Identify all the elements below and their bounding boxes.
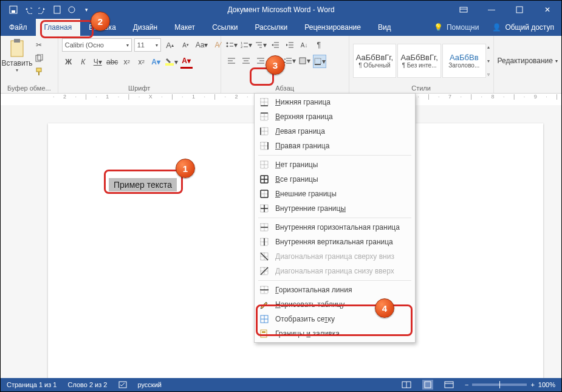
svg-rect-157 <box>445 382 453 388</box>
font-name-combo[interactable]: Calibri (Осно▾ <box>62 38 132 52</box>
border-all-icon <box>259 174 269 184</box>
style-normal[interactable]: АаБбВвГг,¶ Обычный <box>353 44 397 78</box>
font-size-combo[interactable]: 11▾ <box>134 38 161 52</box>
numbering-icon[interactable]: 12▾ <box>240 39 252 51</box>
border-outside-icon <box>259 189 269 199</box>
quick-access-toolbar: ▾ <box>1 3 93 16</box>
svg-rect-46 <box>300 58 306 64</box>
border-menu-hline[interactable]: Горизонтальная линия <box>255 283 415 297</box>
svg-rect-7 <box>11 41 23 57</box>
font-color-icon[interactable]: A▾ <box>180 55 193 69</box>
zoom-value[interactable]: 100% <box>538 381 555 388</box>
subscript-button[interactable]: x2 <box>121 56 133 68</box>
cut-icon[interactable]: ✂ <box>33 39 45 51</box>
view-print-icon[interactable] <box>422 380 433 390</box>
italic-button[interactable]: К <box>77 56 89 68</box>
show-marks-icon[interactable]: ¶ <box>313 39 325 51</box>
highlight-icon[interactable]: ▾ <box>165 56 178 68</box>
change-case-icon[interactable]: Aa▾ <box>196 39 208 51</box>
paste-button[interactable]: Вставить ▾ <box>4 38 30 73</box>
strike-button[interactable]: abc <box>106 56 118 68</box>
status-words[interactable]: Слово 2 из 2 <box>67 381 107 388</box>
styles-more[interactable]: ▴▾▿ <box>487 44 490 77</box>
border-menu-none[interactable]: Нет границы <box>255 157 415 172</box>
zoom-control[interactable]: − + 100% <box>465 381 555 388</box>
grow-font-icon[interactable]: A▴ <box>164 39 176 51</box>
tell-me[interactable]: 💡 Помощни <box>428 19 485 36</box>
undo-icon[interactable] <box>21 3 35 16</box>
redo-icon[interactable] <box>36 3 49 16</box>
maximize-icon[interactable] <box>505 1 533 19</box>
border-menu-label: Правая граница <box>275 142 329 150</box>
shrink-font-icon[interactable]: A▾ <box>180 39 192 51</box>
proofing-icon[interactable] <box>118 380 127 389</box>
tab-references[interactable]: Ссылки <box>204 19 246 36</box>
group-font: Calibri (Осно▾ 11▾ A▴ A▾ Aa▾ A⁄ Ж К Ч▾ a… <box>58 36 221 93</box>
tab-review[interactable]: Рецензирование <box>296 19 369 36</box>
text-effects-icon[interactable]: A▾ <box>150 56 162 68</box>
border-menu-inside_v[interactable]: Внутренняя вертикальная граница <box>255 235 415 249</box>
tab-layout[interactable]: Макет <box>166 19 204 36</box>
copy-icon[interactable] <box>33 52 45 64</box>
touch-mode-icon[interactable] <box>65 3 78 16</box>
status-language[interactable]: русский <box>138 381 162 388</box>
tab-view[interactable]: Вид <box>369 19 400 36</box>
svg-rect-12 <box>38 72 39 75</box>
zoom-out-icon[interactable]: − <box>465 381 468 388</box>
style-heading1[interactable]: АаБбВвЗаголово... <box>442 44 486 78</box>
tab-file[interactable]: Файл <box>1 19 36 36</box>
border-menu-inside[interactable]: Внутренние границы <box>255 201 415 216</box>
close-icon[interactable]: ✕ <box>533 1 561 19</box>
tab-design[interactable]: Дизайн <box>125 19 166 36</box>
multilevel-icon[interactable]: ▾ <box>255 39 267 51</box>
border-menu-label: Диагональная граница сверху вниз <box>275 252 394 261</box>
view-read-icon[interactable] <box>402 381 411 388</box>
zoom-in-icon[interactable]: + <box>530 381 534 388</box>
align-right-icon[interactable] <box>255 55 267 67</box>
border-menu-outside[interactable]: Внешние границы <box>255 187 415 201</box>
status-bar: Страница 1 из 1 Слово 2 из 2 русский − +… <box>1 378 561 391</box>
sort-icon[interactable]: A↓ <box>298 39 310 51</box>
border-menu-label: Внешние границы <box>275 190 337 198</box>
border-menu-top[interactable]: Верхняя граница <box>255 109 415 124</box>
border-menu-left[interactable]: Левая граница <box>255 124 415 139</box>
underline-button[interactable]: Ч▾ <box>92 56 104 68</box>
line-spacing-icon[interactable]: ▾ <box>284 55 296 67</box>
style-no-spacing[interactable]: АаБбВвГг,¶ Без инте... <box>397 44 441 78</box>
border-menu-label: Внутренняя вертикальная граница <box>275 238 393 246</box>
minimize-icon[interactable]: — <box>478 1 505 19</box>
border-none-icon <box>259 160 269 170</box>
align-center-icon[interactable] <box>240 55 252 67</box>
svg-text:2: 2 <box>241 45 243 49</box>
superscript-button[interactable]: x2 <box>135 56 148 68</box>
border-left-icon <box>259 126 269 136</box>
zoom-slider[interactable] <box>472 383 527 386</box>
border-menu-diag_up: Диагональная граница снизу вверх <box>255 264 415 278</box>
format-painter-icon[interactable] <box>33 66 45 78</box>
qat-customize-icon[interactable]: ▾ <box>80 3 93 16</box>
new-doc-icon[interactable] <box>50 3 64 16</box>
status-page[interactable]: Страница 1 из 1 <box>7 381 57 388</box>
border-menu-all[interactable]: Все границы <box>255 172 415 187</box>
group-clipboard: Вставить ▾ ✂ Буфер обме... <box>1 36 58 93</box>
view-web-icon[interactable] <box>444 381 454 388</box>
decrease-indent-icon[interactable] <box>269 39 281 51</box>
svg-rect-1 <box>12 10 15 13</box>
svg-rect-4 <box>460 7 467 12</box>
border-menu-right[interactable]: Правая граница <box>255 139 415 153</box>
borders-button[interactable]: ▾ <box>313 55 326 68</box>
bold-button[interactable]: Ж <box>63 56 75 68</box>
shading-icon[interactable]: ▾ <box>298 55 310 67</box>
ribbon-display-icon[interactable] <box>450 1 478 19</box>
save-icon[interactable] <box>7 3 20 16</box>
window-controls: — ✕ <box>450 1 561 19</box>
border-menu-bottom[interactable]: Нижняя граница <box>255 95 415 109</box>
tab-mailings[interactable]: Рассылки <box>246 19 296 36</box>
font-group-label: Шрифт <box>62 83 217 92</box>
border-menu-inside_h[interactable]: Внутренняя горизонтальная граница <box>255 220 415 235</box>
share-button[interactable]: 👤 Общий доступ <box>485 19 561 36</box>
editing-menu[interactable]: Редактирование <box>498 57 553 65</box>
bullets-icon[interactable]: ▾ <box>225 39 238 51</box>
align-left-icon[interactable] <box>225 55 238 67</box>
increase-indent-icon[interactable] <box>284 39 296 51</box>
